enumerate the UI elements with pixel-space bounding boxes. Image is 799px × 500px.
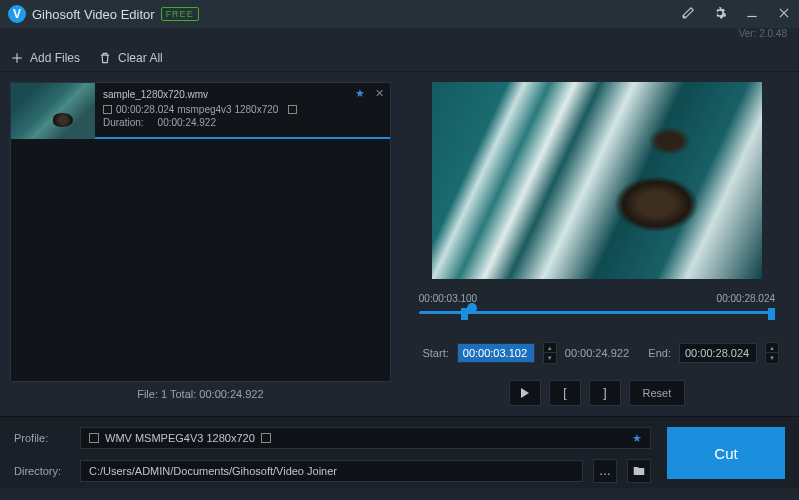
- file-item[interactable]: sample_1280x720.wmv 00:00:28.024 msmpeg4…: [11, 83, 390, 139]
- video-icon: [103, 105, 112, 114]
- app-logo: V: [8, 5, 26, 23]
- format-icon: [89, 433, 99, 443]
- reset-button[interactable]: Reset: [629, 380, 685, 406]
- cut-button[interactable]: Cut: [667, 427, 785, 479]
- open-folder-button[interactable]: [627, 459, 651, 483]
- start-label: Start:: [415, 347, 449, 359]
- mark-out-button[interactable]: ]: [589, 380, 621, 406]
- app-title: Gihosoft Video Editor: [32, 7, 155, 22]
- duration-value: 00:00:24.922: [158, 117, 216, 128]
- mark-in-button[interactable]: [: [549, 380, 581, 406]
- audio-format-icon: [261, 433, 271, 443]
- end-label: End:: [637, 347, 671, 359]
- trim-start-time: 00:00:03.100: [419, 293, 477, 304]
- trim-end-time: 00:00:28.024: [717, 293, 775, 304]
- profile-label: Profile:: [14, 432, 70, 444]
- add-files-label: Add Files: [30, 51, 80, 65]
- trim-end-handle[interactable]: [768, 308, 775, 320]
- start-time-input[interactable]: [457, 343, 535, 363]
- free-badge: FREE: [161, 7, 199, 21]
- playhead[interactable]: [467, 303, 477, 313]
- profile-value: WMV MSMPEG4V3 1280x720: [105, 432, 255, 444]
- gear-icon[interactable]: [713, 6, 727, 23]
- file-list: sample_1280x720.wmv 00:00:28.024 msmpeg4…: [10, 82, 391, 382]
- profile-favorite-icon[interactable]: ★: [632, 432, 642, 445]
- directory-input[interactable]: C:/Users/ADMIN/Documents/Gihosoft/Video …: [80, 460, 583, 482]
- file-thumbnail: [11, 83, 95, 139]
- file-name: sample_1280x720.wmv: [103, 89, 382, 100]
- start-stepper[interactable]: ▲▼: [543, 342, 557, 364]
- directory-value: C:/Users/ADMIN/Documents/Gihosoft/Video …: [89, 465, 337, 477]
- add-files-button[interactable]: Add Files: [10, 51, 80, 65]
- titlebar: V Gihosoft Video Editor FREE: [0, 0, 799, 28]
- video-preview[interactable]: [432, 82, 762, 279]
- profile-select[interactable]: WMV MSMPEG4V3 1280x720 ★: [80, 427, 651, 449]
- play-button[interactable]: [509, 380, 541, 406]
- duration-label: Duration:: [103, 117, 144, 128]
- directory-label: Directory:: [14, 465, 70, 477]
- file-codec: 00:00:28.024 msmpeg4v3 1280x720: [116, 104, 278, 115]
- clear-all-label: Clear All: [118, 51, 163, 65]
- edit-icon[interactable]: [681, 6, 695, 23]
- audio-icon: [288, 105, 297, 114]
- end-stepper[interactable]: ▲▼: [765, 342, 779, 364]
- trim-duration: 00:00:24.922: [565, 347, 629, 359]
- minimize-button[interactable]: [745, 6, 759, 23]
- favorite-icon[interactable]: ★: [355, 87, 365, 100]
- trim-slider[interactable]: [419, 306, 775, 324]
- file-list-footer: File: 1 Total: 00:00:24.922: [10, 382, 391, 406]
- remove-file-icon[interactable]: ✕: [375, 87, 384, 100]
- toolbar: Add Files Clear All: [0, 44, 799, 72]
- close-button[interactable]: [777, 6, 791, 23]
- version-label: Ver: 2.0.48: [739, 28, 787, 44]
- end-time-input[interactable]: [679, 343, 757, 363]
- clear-all-button[interactable]: Clear All: [98, 51, 163, 65]
- browse-button[interactable]: …: [593, 459, 617, 483]
